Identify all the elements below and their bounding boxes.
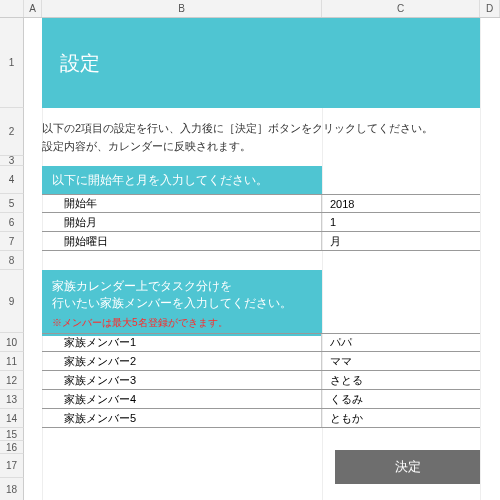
table-row: 家族メンバー3さとる — [42, 371, 480, 390]
start-date-table: 開始年2018開始月1開始曜日月 — [42, 194, 480, 251]
submit-button[interactable]: 決定 — [335, 450, 480, 484]
member-label: 家族メンバー1 — [42, 334, 322, 351]
member-value-cell[interactable]: パパ — [322, 334, 480, 351]
row-header-16[interactable]: 16 — [0, 441, 24, 454]
page-title: 設定 — [60, 50, 100, 77]
row-headers: 123456789101112131415161718 — [0, 18, 24, 500]
col-header-b[interactable]: B — [42, 0, 322, 17]
start-label: 開始曜日 — [42, 232, 322, 250]
start-label: 開始月 — [42, 213, 322, 231]
table-row: 家族メンバー1パパ — [42, 333, 480, 352]
col-header-a[interactable]: A — [24, 0, 42, 17]
row-header-10[interactable]: 10 — [0, 333, 24, 352]
grid-area: 設定 以下の2項目の設定を行い、入力後に［決定］ボタンをクリックしてください。 … — [24, 18, 500, 500]
row-header-5[interactable]: 5 — [0, 194, 24, 213]
row-header-14[interactable]: 14 — [0, 409, 24, 428]
gridline — [480, 18, 481, 500]
section1-header: 以下に開始年と月を入力してください。 — [42, 166, 322, 194]
row-header-12[interactable]: 12 — [0, 371, 24, 390]
row-header-7[interactable]: 7 — [0, 232, 24, 251]
member-label: 家族メンバー3 — [42, 371, 322, 389]
table-row: 開始年2018 — [42, 194, 480, 213]
start-value-cell[interactable]: 1 — [322, 213, 480, 231]
member-value-cell[interactable]: さとる — [322, 371, 480, 389]
column-headers: A B C D — [0, 0, 500, 18]
col-header-d[interactable]: D — [480, 0, 500, 17]
start-label: 開始年 — [42, 195, 322, 212]
spreadsheet: A B C D 123456789101112131415161718 設定 以… — [0, 0, 500, 500]
row-header-6[interactable]: 6 — [0, 213, 24, 232]
member-value-cell[interactable]: ママ — [322, 352, 480, 370]
member-value-cell[interactable]: くるみ — [322, 390, 480, 408]
row-header-13[interactable]: 13 — [0, 390, 24, 409]
row-header-17[interactable]: 17 — [0, 454, 24, 478]
member-label: 家族メンバー2 — [42, 352, 322, 370]
member-limit-note: ※メンバーは最大5名登録ができます。 — [52, 315, 312, 330]
table-row: 家族メンバー4くるみ — [42, 390, 480, 409]
row-header-2[interactable]: 2 — [0, 108, 24, 156]
row-header-11[interactable]: 11 — [0, 352, 24, 371]
title-banner: 設定 — [42, 18, 480, 108]
intro-line1: 以下の2項目の設定を行い、入力後に［決定］ボタンをクリックしてください。 — [42, 120, 433, 138]
intro-line2: 設定内容が、カレンダーに反映されます。 — [42, 138, 433, 156]
table-row: 家族メンバー5ともか — [42, 409, 480, 428]
member-label: 家族メンバー5 — [42, 409, 322, 427]
family-members-table: 家族メンバー1パパ家族メンバー2ママ家族メンバー3さとる家族メンバー4くるみ家族… — [42, 333, 480, 428]
row-header-1[interactable]: 1 — [0, 18, 24, 108]
table-row: 開始月1 — [42, 213, 480, 232]
row-header-3[interactable]: 3 — [0, 156, 24, 166]
row-header-8[interactable]: 8 — [0, 251, 24, 270]
corner-cell[interactable] — [0, 0, 24, 17]
row-header-4[interactable]: 4 — [0, 166, 24, 194]
table-row: 開始曜日月 — [42, 232, 480, 251]
member-value-cell[interactable]: ともか — [322, 409, 480, 427]
start-value-cell[interactable]: 月 — [322, 232, 480, 250]
row-header-18[interactable]: 18 — [0, 478, 24, 500]
member-label: 家族メンバー4 — [42, 390, 322, 408]
section2-header: 家族カレンダー上でタスク分けを 行いたい家族メンバーを入力してください。 ※メン… — [42, 270, 322, 336]
col-header-c[interactable]: C — [322, 0, 480, 17]
start-value-cell[interactable]: 2018 — [322, 195, 480, 212]
intro-text: 以下の2項目の設定を行い、入力後に［決定］ボタンをクリックしてください。 設定内… — [42, 120, 433, 155]
table-row: 家族メンバー2ママ — [42, 352, 480, 371]
row-header-9[interactable]: 9 — [0, 270, 24, 333]
row-header-15[interactable]: 15 — [0, 428, 24, 441]
